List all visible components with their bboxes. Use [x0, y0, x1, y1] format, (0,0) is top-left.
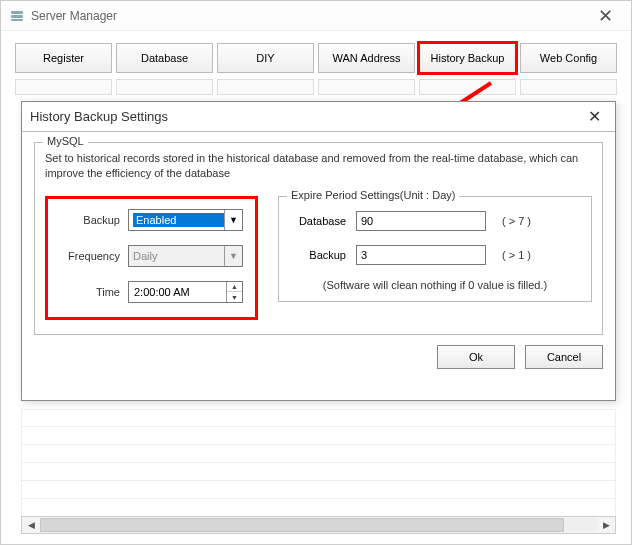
data-grid — [21, 409, 616, 517]
svg-rect-1 — [11, 15, 23, 18]
table-row — [21, 409, 616, 427]
titlebar: Server Manager ✕ — [1, 1, 631, 31]
tab-register[interactable]: Register — [15, 43, 112, 73]
mysql-description: Set to historical records stored in the … — [45, 151, 592, 182]
mysql-legend: MySQL — [43, 135, 88, 147]
backup-settings-group: Backup Enabled ▼ Frequency Daily ▼ — [45, 196, 258, 320]
window-close-button[interactable]: ✕ — [585, 2, 625, 30]
tab-history-backup[interactable]: History Backup — [419, 43, 516, 73]
tab-database[interactable]: Database — [116, 43, 213, 73]
table-row — [21, 445, 616, 463]
database-label: Database — [291, 215, 346, 227]
dialog-close-button[interactable]: ✕ — [581, 106, 607, 128]
expire-note: (Software will clean nothing if 0 value … — [291, 279, 579, 291]
history-backup-dialog: History Backup Settings ✕ MySQL Set to h… — [21, 101, 616, 401]
horizontal-scrollbar[interactable]: ◀ ▶ — [21, 516, 616, 534]
time-spinner[interactable]: 2:00:00 AM ▲ ▼ — [128, 281, 243, 303]
expire-legend: Expire Period Settings(Unit : Day) — [287, 189, 459, 201]
database-input[interactable] — [356, 211, 486, 231]
backup-label: Backup — [60, 214, 120, 226]
scroll-right-icon[interactable]: ▶ — [597, 517, 615, 533]
chevron-down-icon: ▼ — [224, 246, 242, 266]
frequency-label: Frequency — [60, 250, 120, 262]
main-window: Server Manager ✕ Register Database DIY W… — [0, 0, 632, 545]
tab-web-config[interactable]: Web Config — [520, 43, 617, 73]
frequency-select: Daily ▼ — [128, 245, 243, 267]
table-row — [21, 481, 616, 499]
database-hint: ( > 7 ) — [502, 215, 531, 227]
time-label: Time — [60, 286, 120, 298]
dialog-titlebar: History Backup Settings ✕ — [22, 102, 615, 132]
scroll-left-icon[interactable]: ◀ — [22, 517, 40, 533]
spinner-down-icon[interactable]: ▼ — [227, 292, 242, 302]
svg-rect-2 — [11, 19, 23, 21]
window-title: Server Manager — [31, 9, 117, 23]
table-row — [21, 463, 616, 481]
scrollbar-thumb[interactable] — [40, 518, 564, 532]
ok-button[interactable]: Ok — [437, 345, 515, 369]
backup-days-label: Backup — [291, 249, 346, 261]
svg-rect-0 — [11, 11, 23, 14]
chevron-down-icon: ▼ — [224, 210, 242, 230]
backup-days-input[interactable] — [356, 245, 486, 265]
tab-row: Register Database DIY WAN Address Histor… — [15, 43, 617, 73]
tab-diy[interactable]: DIY — [217, 43, 314, 73]
app-icon — [9, 8, 25, 24]
backup-select[interactable]: Enabled ▼ — [128, 209, 243, 231]
spinner-up-icon[interactable]: ▲ — [227, 282, 242, 293]
mysql-fieldset: MySQL Set to historical records stored i… — [34, 142, 603, 335]
backup-days-hint: ( > 1 ) — [502, 249, 531, 261]
table-row — [21, 499, 616, 517]
table-row — [21, 427, 616, 445]
tab-wan-address[interactable]: WAN Address — [318, 43, 415, 73]
expire-fieldset: Expire Period Settings(Unit : Day) Datab… — [278, 196, 592, 302]
cancel-button[interactable]: Cancel — [525, 345, 603, 369]
dialog-title-text: History Backup Settings — [30, 109, 168, 124]
